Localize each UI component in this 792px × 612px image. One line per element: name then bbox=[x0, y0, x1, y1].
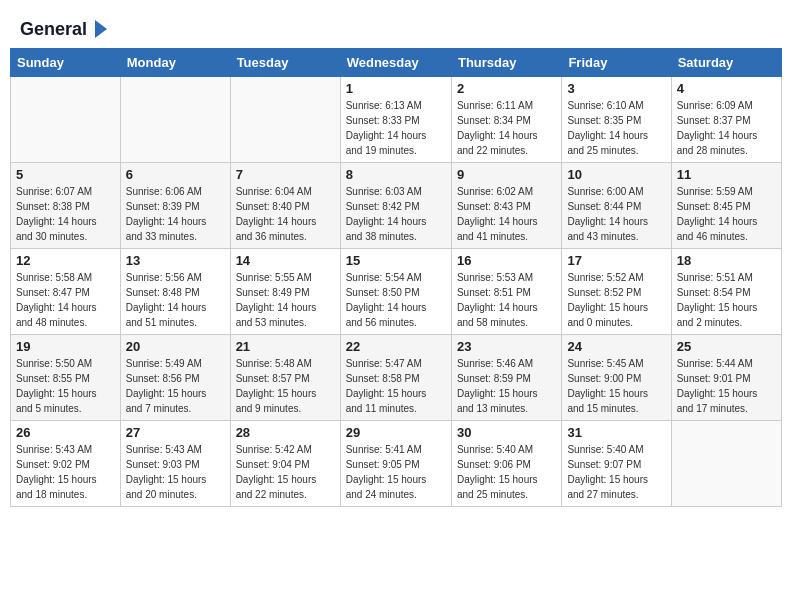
calendar-day-cell: 3Sunrise: 6:10 AM Sunset: 8:35 PM Daylig… bbox=[562, 77, 671, 163]
day-number: 27 bbox=[126, 425, 225, 440]
calendar-day-cell: 20Sunrise: 5:49 AM Sunset: 8:56 PM Dayli… bbox=[120, 335, 230, 421]
day-number: 16 bbox=[457, 253, 556, 268]
calendar-day-cell: 19Sunrise: 5:50 AM Sunset: 8:55 PM Dayli… bbox=[11, 335, 121, 421]
day-info: Sunrise: 5:40 AM Sunset: 9:06 PM Dayligh… bbox=[457, 442, 556, 502]
calendar-day-cell: 9Sunrise: 6:02 AM Sunset: 8:43 PM Daylig… bbox=[451, 163, 561, 249]
calendar-day-cell: 1Sunrise: 6:13 AM Sunset: 8:33 PM Daylig… bbox=[340, 77, 451, 163]
calendar-day-cell: 25Sunrise: 5:44 AM Sunset: 9:01 PM Dayli… bbox=[671, 335, 781, 421]
calendar-day-cell: 2Sunrise: 6:11 AM Sunset: 8:34 PM Daylig… bbox=[451, 77, 561, 163]
day-number: 9 bbox=[457, 167, 556, 182]
calendar-day-cell: 11Sunrise: 5:59 AM Sunset: 8:45 PM Dayli… bbox=[671, 163, 781, 249]
calendar-day-cell: 17Sunrise: 5:52 AM Sunset: 8:52 PM Dayli… bbox=[562, 249, 671, 335]
logo: General bbox=[20, 18, 109, 38]
day-info: Sunrise: 6:02 AM Sunset: 8:43 PM Dayligh… bbox=[457, 184, 556, 244]
day-info: Sunrise: 6:00 AM Sunset: 8:44 PM Dayligh… bbox=[567, 184, 665, 244]
day-info: Sunrise: 5:52 AM Sunset: 8:52 PM Dayligh… bbox=[567, 270, 665, 330]
day-info: Sunrise: 6:09 AM Sunset: 8:37 PM Dayligh… bbox=[677, 98, 776, 158]
day-number: 7 bbox=[236, 167, 335, 182]
day-info: Sunrise: 5:47 AM Sunset: 8:58 PM Dayligh… bbox=[346, 356, 446, 416]
day-number: 26 bbox=[16, 425, 115, 440]
day-number: 29 bbox=[346, 425, 446, 440]
logo-general-text: General bbox=[20, 19, 87, 40]
calendar-empty-cell bbox=[230, 77, 340, 163]
day-number: 22 bbox=[346, 339, 446, 354]
calendar-day-cell: 24Sunrise: 5:45 AM Sunset: 9:00 PM Dayli… bbox=[562, 335, 671, 421]
day-number: 19 bbox=[16, 339, 115, 354]
day-info: Sunrise: 6:04 AM Sunset: 8:40 PM Dayligh… bbox=[236, 184, 335, 244]
calendar-day-cell: 6Sunrise: 6:06 AM Sunset: 8:39 PM Daylig… bbox=[120, 163, 230, 249]
calendar-day-cell: 4Sunrise: 6:09 AM Sunset: 8:37 PM Daylig… bbox=[671, 77, 781, 163]
weekday-header-saturday: Saturday bbox=[671, 49, 781, 77]
day-number: 24 bbox=[567, 339, 665, 354]
day-info: Sunrise: 6:06 AM Sunset: 8:39 PM Dayligh… bbox=[126, 184, 225, 244]
weekday-header-friday: Friday bbox=[562, 49, 671, 77]
day-info: Sunrise: 5:53 AM Sunset: 8:51 PM Dayligh… bbox=[457, 270, 556, 330]
calendar-day-cell: 23Sunrise: 5:46 AM Sunset: 8:59 PM Dayli… bbox=[451, 335, 561, 421]
calendar-week-row: 12Sunrise: 5:58 AM Sunset: 8:47 PM Dayli… bbox=[11, 249, 782, 335]
day-number: 2 bbox=[457, 81, 556, 96]
day-info: Sunrise: 6:11 AM Sunset: 8:34 PM Dayligh… bbox=[457, 98, 556, 158]
day-info: Sunrise: 5:56 AM Sunset: 8:48 PM Dayligh… bbox=[126, 270, 225, 330]
calendar-week-row: 19Sunrise: 5:50 AM Sunset: 8:55 PM Dayli… bbox=[11, 335, 782, 421]
calendar-day-cell: 29Sunrise: 5:41 AM Sunset: 9:05 PM Dayli… bbox=[340, 421, 451, 507]
day-number: 3 bbox=[567, 81, 665, 96]
weekday-header-wednesday: Wednesday bbox=[340, 49, 451, 77]
page-header: General bbox=[10, 10, 782, 42]
day-number: 14 bbox=[236, 253, 335, 268]
day-info: Sunrise: 5:43 AM Sunset: 9:02 PM Dayligh… bbox=[16, 442, 115, 502]
day-number: 10 bbox=[567, 167, 665, 182]
calendar-empty-cell bbox=[671, 421, 781, 507]
day-info: Sunrise: 5:42 AM Sunset: 9:04 PM Dayligh… bbox=[236, 442, 335, 502]
day-number: 5 bbox=[16, 167, 115, 182]
day-number: 13 bbox=[126, 253, 225, 268]
day-number: 28 bbox=[236, 425, 335, 440]
calendar-week-row: 1Sunrise: 6:13 AM Sunset: 8:33 PM Daylig… bbox=[11, 77, 782, 163]
day-info: Sunrise: 5:45 AM Sunset: 9:00 PM Dayligh… bbox=[567, 356, 665, 416]
calendar-day-cell: 5Sunrise: 6:07 AM Sunset: 8:38 PM Daylig… bbox=[11, 163, 121, 249]
calendar-week-row: 5Sunrise: 6:07 AM Sunset: 8:38 PM Daylig… bbox=[11, 163, 782, 249]
day-info: Sunrise: 5:51 AM Sunset: 8:54 PM Dayligh… bbox=[677, 270, 776, 330]
day-number: 1 bbox=[346, 81, 446, 96]
calendar-day-cell: 31Sunrise: 5:40 AM Sunset: 9:07 PM Dayli… bbox=[562, 421, 671, 507]
calendar-day-cell: 10Sunrise: 6:00 AM Sunset: 8:44 PM Dayli… bbox=[562, 163, 671, 249]
day-number: 6 bbox=[126, 167, 225, 182]
calendar-table: SundayMondayTuesdayWednesdayThursdayFrid… bbox=[10, 48, 782, 507]
day-info: Sunrise: 5:49 AM Sunset: 8:56 PM Dayligh… bbox=[126, 356, 225, 416]
day-info: Sunrise: 5:58 AM Sunset: 8:47 PM Dayligh… bbox=[16, 270, 115, 330]
day-info: Sunrise: 5:40 AM Sunset: 9:07 PM Dayligh… bbox=[567, 442, 665, 502]
calendar-header-row: SundayMondayTuesdayWednesdayThursdayFrid… bbox=[11, 49, 782, 77]
calendar-day-cell: 30Sunrise: 5:40 AM Sunset: 9:06 PM Dayli… bbox=[451, 421, 561, 507]
day-info: Sunrise: 5:54 AM Sunset: 8:50 PM Dayligh… bbox=[346, 270, 446, 330]
day-number: 15 bbox=[346, 253, 446, 268]
day-number: 17 bbox=[567, 253, 665, 268]
calendar-day-cell: 21Sunrise: 5:48 AM Sunset: 8:57 PM Dayli… bbox=[230, 335, 340, 421]
day-info: Sunrise: 5:48 AM Sunset: 8:57 PM Dayligh… bbox=[236, 356, 335, 416]
day-number: 8 bbox=[346, 167, 446, 182]
day-number: 23 bbox=[457, 339, 556, 354]
calendar-empty-cell bbox=[120, 77, 230, 163]
day-info: Sunrise: 6:13 AM Sunset: 8:33 PM Dayligh… bbox=[346, 98, 446, 158]
calendar-day-cell: 22Sunrise: 5:47 AM Sunset: 8:58 PM Dayli… bbox=[340, 335, 451, 421]
calendar-empty-cell bbox=[11, 77, 121, 163]
day-number: 21 bbox=[236, 339, 335, 354]
day-number: 20 bbox=[126, 339, 225, 354]
day-number: 30 bbox=[457, 425, 556, 440]
day-number: 25 bbox=[677, 339, 776, 354]
calendar-day-cell: 7Sunrise: 6:04 AM Sunset: 8:40 PM Daylig… bbox=[230, 163, 340, 249]
weekday-header-monday: Monday bbox=[120, 49, 230, 77]
logo-icon bbox=[87, 18, 109, 40]
svg-marker-0 bbox=[95, 20, 107, 38]
day-info: Sunrise: 6:10 AM Sunset: 8:35 PM Dayligh… bbox=[567, 98, 665, 158]
calendar-day-cell: 16Sunrise: 5:53 AM Sunset: 8:51 PM Dayli… bbox=[451, 249, 561, 335]
calendar-day-cell: 28Sunrise: 5:42 AM Sunset: 9:04 PM Dayli… bbox=[230, 421, 340, 507]
calendar-day-cell: 26Sunrise: 5:43 AM Sunset: 9:02 PM Dayli… bbox=[11, 421, 121, 507]
day-number: 11 bbox=[677, 167, 776, 182]
calendar-day-cell: 13Sunrise: 5:56 AM Sunset: 8:48 PM Dayli… bbox=[120, 249, 230, 335]
calendar-day-cell: 12Sunrise: 5:58 AM Sunset: 8:47 PM Dayli… bbox=[11, 249, 121, 335]
day-info: Sunrise: 5:44 AM Sunset: 9:01 PM Dayligh… bbox=[677, 356, 776, 416]
calendar-day-cell: 15Sunrise: 5:54 AM Sunset: 8:50 PM Dayli… bbox=[340, 249, 451, 335]
day-number: 31 bbox=[567, 425, 665, 440]
day-number: 4 bbox=[677, 81, 776, 96]
day-info: Sunrise: 6:03 AM Sunset: 8:42 PM Dayligh… bbox=[346, 184, 446, 244]
day-info: Sunrise: 5:55 AM Sunset: 8:49 PM Dayligh… bbox=[236, 270, 335, 330]
